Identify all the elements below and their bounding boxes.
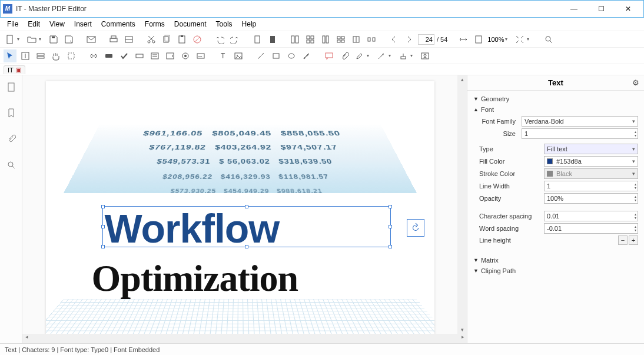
resize-handle[interactable]	[245, 205, 248, 208]
resize-handle[interactable]	[245, 245, 248, 248]
selection-box[interactable]	[102, 206, 391, 247]
initials-icon[interactable]	[419, 49, 431, 62]
layout2-icon[interactable]	[304, 33, 317, 46]
attachments-icon[interactable]	[5, 133, 17, 145]
line-width-input[interactable]: 1	[544, 181, 638, 191]
document-viewport[interactable]: $961,166.05 $805,049.45 $858,055.50 $767…	[22, 75, 457, 334]
fit-width-icon[interactable]	[457, 33, 470, 46]
font-size-input[interactable]: 1	[522, 128, 638, 139]
fill-color-select[interactable]: #153d8a	[544, 156, 638, 167]
stroke-color-select[interactable]: Black	[544, 168, 638, 179]
dropdown-icon[interactable]: ▾	[527, 37, 533, 42]
redo-icon[interactable]	[228, 33, 241, 46]
dropdown-icon[interactable]: ▾	[367, 53, 373, 58]
panel-settings-icon[interactable]: ⚙	[632, 78, 639, 87]
edit-forms-icon[interactable]	[34, 49, 47, 62]
menu-insert[interactable]: Insert	[71, 19, 95, 29]
menu-forms[interactable]: Forms	[141, 19, 168, 29]
button-field-icon[interactable]	[102, 49, 115, 62]
scan-icon[interactable]	[122, 33, 135, 46]
actual-size-icon[interactable]	[513, 33, 526, 46]
layout5-icon[interactable]	[350, 33, 363, 46]
section-geometry[interactable]: ▼Geometry	[473, 94, 638, 104]
rectangle-icon[interactable]	[270, 49, 283, 62]
dropdown-icon[interactable]: ▾	[389, 53, 394, 58]
highlight-icon[interactable]	[353, 49, 366, 62]
horizontal-scrollbar[interactable]: ◂▸	[22, 334, 467, 343]
link-tool-icon[interactable]	[87, 49, 100, 62]
layout4-icon[interactable]	[334, 33, 347, 46]
zoom-label[interactable]: 100%	[487, 36, 504, 43]
text-icon[interactable]: T	[217, 49, 230, 62]
layout3-icon[interactable]	[319, 33, 332, 46]
image-icon[interactable]	[232, 49, 245, 62]
text-object[interactable]: Optimization	[92, 257, 298, 300]
menu-file[interactable]: File	[4, 19, 22, 29]
section-clipping-path[interactable]: ▼Cliping Path	[473, 266, 638, 276]
resize-handle[interactable]	[389, 245, 392, 248]
word-spacing-input[interactable]: -0.01	[544, 223, 638, 234]
fit-page-icon[interactable]	[472, 33, 485, 46]
document-tab[interactable]: IT ▣	[4, 65, 25, 74]
pdf-page[interactable]: $961,166.05 $805,049.45 $858,055.50 $767…	[46, 81, 434, 334]
layout1-icon[interactable]	[288, 33, 301, 46]
stamp-icon[interactable]	[397, 49, 410, 62]
tab-close-icon[interactable]: ▣	[16, 67, 21, 73]
menu-document[interactable]: Document	[171, 19, 210, 29]
save-icon[interactable]	[47, 33, 60, 46]
search-icon[interactable]	[542, 33, 555, 46]
hand-tool-icon[interactable]	[49, 49, 62, 62]
pencil-icon[interactable]	[300, 49, 313, 62]
ellipse-icon[interactable]	[285, 49, 298, 62]
cut-icon[interactable]	[145, 33, 158, 46]
dropdown-icon[interactable]: ▾	[505, 37, 511, 42]
dropdown-icon[interactable]: ▾	[17, 37, 23, 42]
resize-handle[interactable]	[389, 225, 392, 228]
print-icon[interactable]	[107, 33, 120, 46]
search-panel-icon[interactable]	[5, 159, 17, 171]
save-as-icon[interactable]	[62, 33, 75, 46]
minimize-button[interactable]: —	[566, 5, 582, 13]
page-filled-icon[interactable]	[266, 33, 279, 46]
checkbox-icon[interactable]	[118, 49, 131, 62]
email-icon[interactable]	[85, 33, 98, 46]
menu-tools[interactable]: Tools	[213, 19, 236, 29]
radio-icon[interactable]	[179, 49, 192, 62]
dropdown-icon[interactable]: ▾	[39, 37, 45, 42]
menu-help[interactable]: Help	[238, 19, 260, 29]
dropdown-icon[interactable]: ▾	[410, 53, 416, 58]
char-spacing-input[interactable]: 0.01	[544, 211, 638, 221]
section-font[interactable]: ▲Font	[473, 105, 638, 114]
new-file-icon[interactable]	[4, 33, 16, 46]
menu-comments[interactable]: Comments	[98, 19, 139, 29]
prev-page-icon[interactable]	[387, 33, 400, 46]
resize-handle[interactable]	[389, 205, 392, 208]
undo-icon[interactable]	[213, 33, 226, 46]
open-folder-icon[interactable]	[25, 33, 38, 46]
textfield-icon[interactable]	[133, 49, 146, 62]
resize-handle[interactable]	[101, 245, 105, 248]
bookmarks-icon[interactable]	[5, 107, 17, 119]
opacity-input[interactable]: 100%	[544, 193, 638, 204]
listbox-icon[interactable]	[148, 49, 161, 62]
close-button[interactable]: ✕	[620, 5, 636, 13]
combobox-icon[interactable]	[164, 49, 177, 62]
page-number-input[interactable]	[418, 34, 434, 45]
edit-text-icon[interactable]	[19, 49, 32, 62]
pointer-tool-icon[interactable]	[4, 49, 16, 62]
section-matrix[interactable]: ▼Matrix	[473, 256, 638, 265]
menu-edit[interactable]: Edit	[24, 19, 44, 29]
signature-icon[interactable]	[194, 49, 207, 62]
paste-icon[interactable]	[175, 33, 188, 46]
resize-handle[interactable]	[101, 225, 105, 228]
layout6-icon[interactable]	[365, 33, 378, 46]
line-icon[interactable]	[254, 49, 267, 62]
line-height-minus[interactable]: −	[618, 235, 628, 245]
next-page-icon[interactable]	[403, 33, 416, 46]
maximize-button[interactable]: ☐	[593, 5, 609, 13]
attachment-icon[interactable]	[338, 49, 351, 62]
fill-type-select[interactable]: Fill text	[544, 144, 638, 154]
menu-view[interactable]: View	[46, 19, 68, 29]
copy-icon[interactable]	[160, 33, 173, 46]
font-family-select[interactable]: Verdana-Bold	[522, 116, 638, 127]
